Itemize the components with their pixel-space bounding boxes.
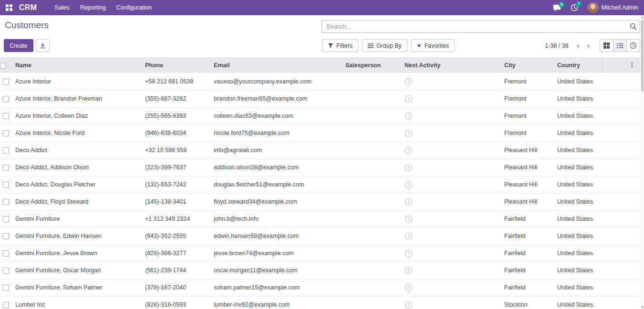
scrollbar-thumb[interactable]	[641, 20, 644, 92]
cell-name[interactable]: Deco Addict, Douglas Fletcher	[11, 176, 141, 193]
cell-city[interactable]: Fremont	[500, 73, 553, 90]
cell-name[interactable]: Lumber Inc	[11, 296, 141, 309]
cell-city[interactable]: Fairfield	[500, 227, 553, 245]
cell-country[interactable]: United States	[553, 193, 603, 210]
row-checkbox[interactable]	[3, 182, 9, 188]
cell-phone[interactable]: (946)-638-6034	[141, 124, 210, 142]
cell-name[interactable]: Azure Interior	[11, 73, 141, 90]
cell-email[interactable]: addison.olson28@example.com	[210, 159, 342, 176]
cell-next-activity[interactable]	[401, 262, 500, 279]
activity-view-button[interactable]	[626, 39, 640, 52]
cell-salesperson[interactable]	[342, 296, 401, 309]
cell-next-activity[interactable]	[401, 73, 500, 90]
optional-columns-toggle-icon[interactable]: ⋮	[627, 57, 637, 73]
cell-salesperson[interactable]	[342, 159, 401, 176]
row-checkbox[interactable]	[3, 147, 9, 154]
row-checkbox[interactable]	[3, 233, 9, 239]
cell-country[interactable]: United States	[553, 159, 603, 176]
table-row[interactable]: Azure Interior, Brandon Freeman (355)-68…	[0, 90, 641, 107]
apps-menu-icon[interactable]	[6, 4, 12, 11]
cell-salesperson[interactable]	[342, 124, 401, 142]
cell-phone[interactable]: (223)-399-7637	[141, 159, 210, 176]
create-button[interactable]: Create	[4, 39, 33, 52]
cell-email[interactable]: info@agrolait.com	[210, 142, 342, 159]
row-checkbox[interactable]	[3, 165, 9, 171]
search-input[interactable]	[322, 20, 640, 33]
cell-next-activity[interactable]	[401, 142, 500, 159]
cell-next-activity[interactable]	[401, 193, 500, 210]
cell-country[interactable]: United States	[553, 107, 603, 124]
cell-phone[interactable]: (145)-138-3401	[141, 193, 210, 210]
row-checkbox[interactable]	[3, 268, 9, 274]
row-checkbox[interactable]	[3, 250, 9, 257]
cell-city[interactable]: Pleasant Hill	[500, 159, 553, 176]
row-checkbox[interactable]	[3, 302, 9, 308]
cell-next-activity[interactable]	[401, 296, 500, 309]
cell-city[interactable]: Fremont	[500, 107, 553, 124]
column-header-country[interactable]: Country	[553, 57, 603, 73]
table-row[interactable]: Gemini Furniture, Jesse Brown (829)-386-…	[0, 245, 641, 262]
cell-email[interactable]: lumber-inv92@example.com	[210, 296, 342, 309]
cell-city[interactable]: Pleasant Hill	[500, 193, 553, 210]
cell-next-activity[interactable]	[401, 90, 500, 107]
cell-salesperson[interactable]	[342, 176, 401, 193]
table-row[interactable]: Lumber Inc (828)-316-0593 lumber-inv92@e…	[0, 296, 641, 309]
select-all-checkbox[interactable]	[0, 62, 6, 69]
cell-email[interactable]: soham.palmer15@example.com	[210, 279, 342, 296]
table-row[interactable]: Gemini Furniture, Oscar Morgan (561)-239…	[0, 262, 641, 279]
cell-city[interactable]: Pleasant Hill	[500, 176, 553, 193]
cell-country[interactable]: United States	[553, 73, 603, 90]
filters-button[interactable]: Filters	[322, 39, 358, 52]
row-checkbox[interactable]	[3, 199, 9, 205]
table-row[interactable]: Gemini Furniture, Edwin Hansen (943)-352…	[0, 227, 641, 245]
column-header-email[interactable]: Email	[210, 57, 342, 73]
table-row[interactable]: Azure Interior, Colleen Diaz (255)-595-8…	[0, 107, 641, 124]
search-icon[interactable]	[630, 23, 637, 32]
table-row[interactable]: Deco Addict +32 10 588 558 info@agrolait…	[0, 142, 641, 159]
vertical-scrollbar[interactable]: ▲ ▼	[641, 15, 644, 309]
cell-name[interactable]: Gemini Furniture, Oscar Morgan	[11, 262, 141, 279]
cell-name[interactable]: Azure Interior, Colleen Diaz	[11, 107, 141, 124]
user-menu[interactable]: Mitchell Admin	[583, 2, 639, 13]
cell-salesperson[interactable]	[342, 262, 401, 279]
table-row[interactable]: Gemini Furniture, Soham Palmer (379)-167…	[0, 279, 641, 296]
cell-email[interactable]: brandon.freeman55@example.com	[210, 90, 342, 107]
cell-name[interactable]: Deco Addict, Addison Olson	[11, 159, 141, 176]
kanban-view-button[interactable]	[600, 39, 613, 52]
cell-name[interactable]: Deco Addict, Floyd Steward	[11, 193, 141, 210]
cell-country[interactable]: United States	[553, 176, 603, 193]
cell-phone[interactable]: (829)-386-3277	[141, 245, 210, 262]
cell-country[interactable]: United States	[553, 262, 603, 279]
cell-phone[interactable]: (943)-352-2555	[141, 227, 210, 245]
cell-phone[interactable]: (561)-239-1744	[141, 262, 210, 279]
row-checkbox[interactable]	[3, 79, 9, 85]
pager-previous-button[interactable]: ‹	[573, 40, 583, 52]
cell-salesperson[interactable]	[342, 73, 401, 90]
export-button[interactable]	[36, 39, 50, 52]
cell-next-activity[interactable]	[401, 279, 500, 296]
cell-salesperson[interactable]	[342, 142, 401, 159]
table-row[interactable]: Deco Addict, Addison Olson (223)-399-763…	[0, 159, 641, 176]
cell-country[interactable]: United States	[553, 227, 603, 245]
cell-phone[interactable]: (132)-553-7242	[141, 176, 210, 193]
cell-phone[interactable]: +1 312 349 2324	[141, 210, 210, 227]
row-checkbox[interactable]	[3, 130, 9, 136]
cell-city[interactable]: Stockton	[500, 296, 553, 309]
column-header-next-activity[interactable]: Next Activity	[401, 57, 500, 73]
cell-salesperson[interactable]	[342, 193, 401, 210]
cell-phone[interactable]: +58 212 681 0538	[141, 73, 210, 90]
cell-email[interactable]: douglas.fletcher51@example.com	[210, 176, 342, 193]
cell-salesperson[interactable]	[342, 245, 401, 262]
cell-phone[interactable]: +32 10 588 558	[141, 142, 210, 159]
cell-next-activity[interactable]	[401, 227, 500, 245]
table-row[interactable]: Azure Interior, Nicole Ford (946)-638-60…	[0, 124, 641, 142]
row-checkbox[interactable]	[3, 285, 9, 291]
cell-next-activity[interactable]	[401, 245, 500, 262]
cell-salesperson[interactable]	[342, 107, 401, 124]
cell-country[interactable]: United States	[553, 90, 603, 107]
cell-city[interactable]: Fairfield	[500, 279, 553, 296]
cell-salesperson[interactable]	[342, 210, 401, 227]
table-row[interactable]: Deco Addict, Floyd Steward (145)-138-340…	[0, 193, 641, 210]
column-header-name[interactable]: Name	[11, 57, 141, 73]
cell-phone[interactable]: (355)-687-3262	[141, 90, 210, 107]
